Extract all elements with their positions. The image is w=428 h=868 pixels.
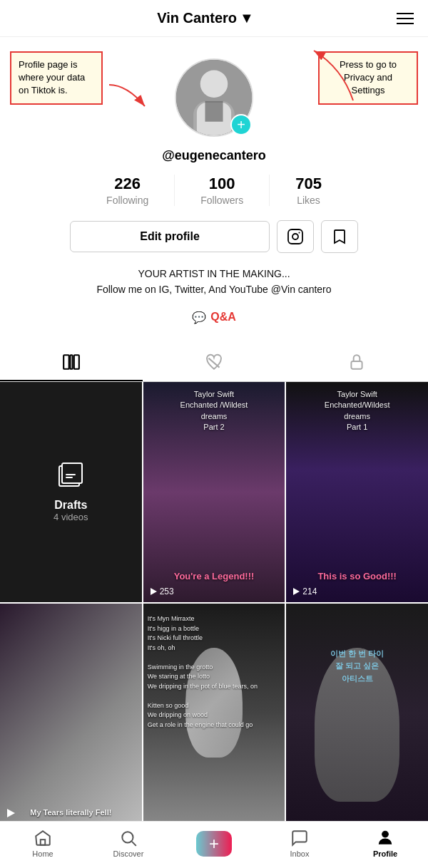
drafts-count: 4 videos <box>54 512 88 522</box>
nav-profile[interactable]: Profile <box>364 829 407 858</box>
nav-inbox-label: Inbox <box>290 849 310 858</box>
video-cell-2[interactable]: Taylor SwiftEnchanted /WildestdreamsPart… <box>143 382 285 602</box>
stat-followers[interactable]: 100 Followers <box>175 175 270 206</box>
video-2-views: 253 <box>149 587 174 596</box>
following-label: Following <box>106 195 148 206</box>
nav-discover[interactable]: Discover <box>107 829 150 858</box>
svg-marker-20 <box>151 588 157 595</box>
drafts-icon <box>56 462 85 493</box>
avatar[interactable]: + <box>175 58 253 137</box>
top-navigation: Vin Cantero ▼ <box>0 0 428 37</box>
video-2-title: Taylor SwiftEnchanted /WildestdreamsPart… <box>143 389 285 433</box>
svg-point-26 <box>382 831 389 837</box>
nav-home[interactable]: Home <box>21 829 64 858</box>
tab-liked[interactable] <box>143 343 285 381</box>
profile-handle: @eugenecantero <box>162 148 266 163</box>
svg-point-6 <box>200 70 228 98</box>
stat-following[interactable]: 226 Following <box>81 175 175 206</box>
bottom-navigation: Home Discover + Inbox Profile <box>0 821 428 868</box>
nav-plus[interactable]: + <box>193 831 235 857</box>
svg-rect-19 <box>62 463 82 483</box>
bookmarks-button[interactable] <box>321 220 358 253</box>
nav-inbox[interactable]: Inbox <box>278 829 321 858</box>
bio-line-1: YOUR ARTIST IN THE MAKING... <box>96 266 331 281</box>
video-cell-3[interactable]: Taylor SwiftEnchanted/WildestdreamsPart … <box>286 382 428 602</box>
instagram-link-button[interactable] <box>277 220 314 253</box>
arrow-left-indicator <box>106 81 148 110</box>
edit-profile-button[interactable]: Edit profile <box>70 221 270 252</box>
tab-videos[interactable] <box>0 343 143 381</box>
video-cell-6[interactable]: 이번 한 번 타이잘 되고 싶은아티스트 <box>286 604 428 824</box>
video-3-title: Taylor SwiftEnchanted/WildestdreamsPart … <box>286 389 428 433</box>
qa-icon: 💬 <box>192 311 206 324</box>
annotation-left: Profile page is where your data on Tikto… <box>10 51 103 105</box>
svg-rect-23 <box>41 839 46 845</box>
drafts-cell[interactable]: Drafts 4 videos <box>0 382 142 602</box>
svg-marker-21 <box>293 588 300 595</box>
avatar-add-button[interactable]: + <box>230 114 252 135</box>
followers-count: 100 <box>209 175 235 193</box>
video-5-lyrics: It's Myn MirraxteIt's higg in a bottleIt… <box>143 614 285 730</box>
video-3-views: 214 <box>292 587 317 596</box>
svg-rect-13 <box>63 355 69 369</box>
nav-plus-button[interactable]: + <box>196 831 232 857</box>
bio-line-2: Follow me on IG, Twitter, And YouTube @V… <box>96 281 331 297</box>
video-cell-5[interactable]: It's Myn MirraxteIt's higg in a bottleIt… <box>143 604 285 824</box>
action-row: Edit profile <box>14 220 414 253</box>
arrow-right-indicator <box>300 47 357 104</box>
nav-profile-label: Profile <box>373 849 397 858</box>
svg-rect-14 <box>70 355 72 369</box>
video-grid: Drafts 4 videos Taylor SwiftEnchanted /W… <box>0 382 428 824</box>
video-6-korean: 이번 한 번 타이잘 되고 싶은아티스트 <box>286 648 428 686</box>
stat-likes[interactable]: 705 Likes <box>270 175 347 206</box>
svg-rect-15 <box>74 355 79 369</box>
video-3-caption: This is so Good!!! <box>286 569 428 582</box>
svg-point-11 <box>292 234 298 239</box>
bio-section: YOUR ARTIST IN THE MAKING... Follow me o… <box>75 266 352 305</box>
video-cell-4[interactable]: My Tears literally Fell! <box>0 604 142 824</box>
nav-home-label: Home <box>32 849 53 858</box>
svg-rect-9 <box>205 101 223 122</box>
svg-line-25 <box>132 842 136 846</box>
stats-row: 226 Following 100 Followers 705 Likes <box>14 175 414 206</box>
profile-section: Profile page is where your data on Tikto… <box>0 37 428 343</box>
video-4-play <box>6 808 16 821</box>
username-dropdown[interactable]: Vin Cantero ▼ <box>157 10 254 26</box>
qa-button[interactable]: 💬 Q&A <box>192 305 236 336</box>
content-tabs <box>0 343 428 382</box>
video-4-label: My Tears literally Fell! <box>0 808 142 817</box>
video-2-caption: You're a Legend!!! <box>143 569 285 582</box>
hamburger-menu[interactable] <box>397 13 414 24</box>
nav-discover-label: Discover <box>113 849 144 858</box>
svg-rect-10 <box>288 229 302 244</box>
likes-count: 705 <box>295 175 322 193</box>
likes-label: Likes <box>297 195 320 206</box>
drafts-label: Drafts <box>54 499 87 512</box>
svg-rect-17 <box>351 361 362 369</box>
svg-point-24 <box>122 832 133 842</box>
following-count: 226 <box>114 175 141 193</box>
followers-label: Followers <box>200 195 243 206</box>
svg-point-12 <box>299 232 300 234</box>
svg-marker-22 <box>7 809 15 817</box>
qa-label: Q&A <box>210 311 236 324</box>
tab-locked[interactable] <box>285 343 428 381</box>
dropdown-arrow: ▼ <box>240 10 254 26</box>
username-text: Vin Cantero <box>157 10 237 26</box>
